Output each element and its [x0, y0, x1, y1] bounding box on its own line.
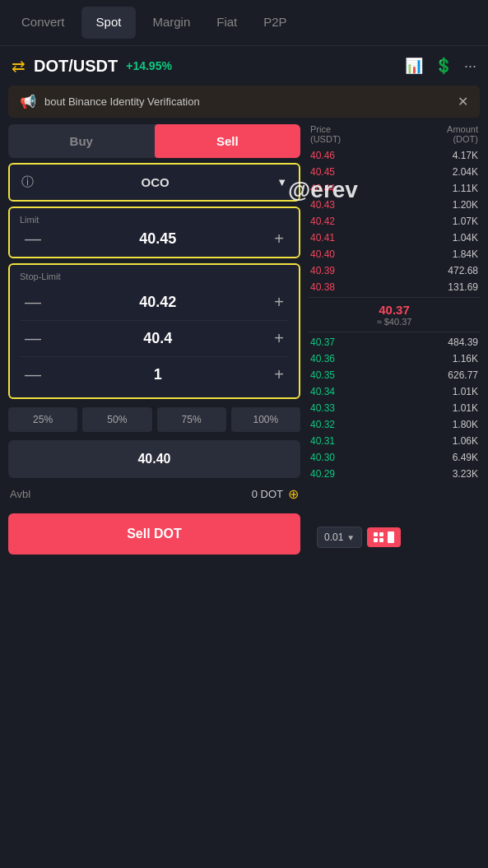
limit-plus-button[interactable]: + — [269, 228, 289, 250]
stop-value-2[interactable]: 40.4 — [143, 330, 172, 347]
stop3-plus-button[interactable]: + — [269, 364, 289, 386]
buy-amount: 3.23K — [453, 468, 478, 480]
price-change: +14.95% — [126, 59, 172, 72]
precision-selector[interactable]: 0.01 ▼ — [317, 527, 362, 548]
header-row: ⇄ DOT/USDT +14.95% 📊 💲 ··· — [0, 46, 488, 86]
limit-minus-button[interactable]: — — [20, 228, 46, 250]
avbl-add-icon[interactable]: ⊕ — [288, 486, 299, 502]
stop-input-row-1: — 40.42 + — [20, 286, 289, 318]
total-box: 40.40 — [8, 440, 300, 478]
buy-amount: 1.06K — [453, 435, 478, 447]
buy-order-row[interactable]: 40.37484.39 — [309, 334, 480, 350]
buy-order-row[interactable]: 40.306.49K — [309, 449, 480, 466]
avbl-row: Avbl 0 DOT ⊕ — [8, 483, 300, 505]
sell-button[interactable]: Sell — [155, 124, 301, 158]
ob-price-header: Price (USDT) — [310, 124, 341, 144]
dollar-icon[interactable]: 💲 — [435, 57, 453, 75]
buy-order-row[interactable]: 40.361.16K — [309, 350, 480, 367]
limit-input-row: — 40.45 + — [20, 228, 289, 250]
buy-price: 40.34 — [310, 386, 335, 397]
sell-amount: 1.20K — [453, 199, 478, 211]
avbl-label: Avbl — [10, 488, 30, 500]
sell-order-row[interactable]: 40.39472.68 — [309, 262, 480, 279]
buy-amount: 484.39 — [448, 337, 478, 348]
buy-price: 40.35 — [310, 369, 335, 381]
sell-order-row[interactable]: 40.411.04K — [309, 230, 480, 246]
sell-order-row[interactable]: 40.38131.69 — [309, 279, 480, 295]
sl-divider-2 — [20, 356, 289, 357]
buy-price: 40.32 — [310, 419, 335, 430]
tab-convert[interactable]: Convert — [8, 0, 78, 45]
buy-amount: 1.16K — [453, 353, 478, 364]
main-layout: Buy Sell ⓘ OCO ▼ Limit — 40.45 + Stop- — [0, 124, 488, 555]
header-icons: 📊 💲 ··· — [405, 57, 476, 75]
sell-order-row[interactable]: 40.441.11K — [309, 180, 480, 197]
mid-usd: ≈ $40.37 — [309, 317, 480, 327]
sell-amount: 1.11K — [453, 183, 478, 194]
pct-75-button[interactable]: 75% — [157, 407, 226, 432]
stop1-minus-button[interactable]: — — [20, 291, 46, 313]
buy-price: 40.37 — [310, 337, 335, 348]
left-panel: Buy Sell ⓘ OCO ▼ Limit — 40.45 + Stop- — [8, 124, 300, 555]
bottom-toolbar: 0.01 ▼ — [309, 520, 480, 555]
pair-name[interactable]: DOT/USDT — [34, 57, 118, 76]
sell-order-row[interactable]: 40.464.17K — [309, 147, 480, 164]
stop-value-3[interactable]: 1 — [154, 366, 162, 383]
percentage-row: 25% 50% 75% 100% — [8, 407, 300, 432]
tab-p2p[interactable]: P2P — [250, 0, 300, 45]
banner: 📢 bout Binance Identity Verification ✕ — [8, 86, 480, 118]
stop-value-1[interactable]: 40.42 — [139, 294, 176, 311]
sell-dot-button[interactable]: Sell DOT — [8, 513, 300, 555]
buy-amount: 1.01K — [453, 402, 478, 414]
sell-price: 40.45 — [310, 166, 335, 178]
tab-fiat[interactable]: Fiat — [203, 0, 250, 45]
sell-order-row[interactable]: 40.401.84K — [309, 246, 480, 262]
sell-amount: 472.68 — [448, 265, 478, 276]
order-type-label: OCO — [42, 175, 268, 189]
sell-order-row[interactable]: 40.421.07K — [309, 213, 480, 230]
sell-price: 40.41 — [310, 232, 335, 244]
swap-icon[interactable]: ⇄ — [12, 56, 26, 76]
banner-text: bout Binance Identity Verification — [44, 95, 200, 108]
buy-button[interactable]: Buy — [8, 124, 155, 158]
stop-input-row-2: — 40.4 + — [20, 323, 289, 355]
stop2-plus-button[interactable]: + — [269, 327, 289, 350]
buy-amount: 6.49K — [453, 452, 478, 463]
sell-amount: 1.04K — [453, 232, 478, 244]
sell-order-row[interactable]: 40.431.20K — [309, 197, 480, 213]
stop1-plus-button[interactable]: + — [269, 291, 289, 313]
avbl-value: 0 DOT ⊕ — [252, 486, 299, 502]
limit-value[interactable]: 40.45 — [139, 230, 176, 248]
banner-icon: 📢 — [20, 94, 36, 109]
stop2-minus-button[interactable]: — — [20, 327, 46, 350]
banner-close[interactable]: ✕ — [458, 94, 468, 109]
buy-order-row[interactable]: 40.311.06K — [309, 433, 480, 449]
buy-amount: 626.77 — [448, 369, 478, 381]
buy-order-row[interactable]: 40.321.80K — [309, 416, 480, 433]
sell-amount: 2.04K — [453, 166, 478, 178]
sell-amount: 1.84K — [453, 248, 478, 260]
limit-label: Limit — [20, 215, 289, 225]
orderbook-panel: Price (USDT) Amount (DOT) 40.464.17K40.4… — [309, 124, 480, 555]
buy-order-row[interactable]: 40.293.23K — [309, 466, 480, 482]
tab-spot[interactable]: Spot — [81, 7, 137, 39]
orderbook-header: Price (USDT) Amount (DOT) — [309, 124, 480, 147]
more-icon[interactable]: ··· — [464, 58, 476, 75]
pct-100-button[interactable]: 100% — [231, 407, 300, 432]
buy-price: 40.36 — [310, 353, 335, 364]
stop3-minus-button[interactable]: — — [20, 364, 46, 386]
pct-50-button[interactable]: 50% — [82, 407, 151, 432]
precision-arrow-icon: ▼ — [346, 533, 355, 542]
buy-order-row[interactable]: 40.341.01K — [309, 383, 480, 400]
sell-price: 40.43 — [310, 199, 335, 211]
view-toggle-button[interactable] — [367, 527, 401, 547]
tab-margin[interactable]: Margin — [139, 0, 203, 45]
chart-icon[interactable]: 📊 — [405, 57, 423, 75]
sell-price: 40.39 — [310, 265, 335, 276]
sell-order-row[interactable]: 40.452.04K — [309, 164, 480, 180]
buy-order-row[interactable]: 40.331.01K — [309, 400, 480, 416]
pct-25-button[interactable]: 25% — [8, 407, 77, 432]
sl-divider-1 — [20, 320, 289, 321]
buy-order-row[interactable]: 40.35626.77 — [309, 367, 480, 383]
order-type-selector[interactable]: ⓘ OCO ▼ — [8, 163, 300, 202]
